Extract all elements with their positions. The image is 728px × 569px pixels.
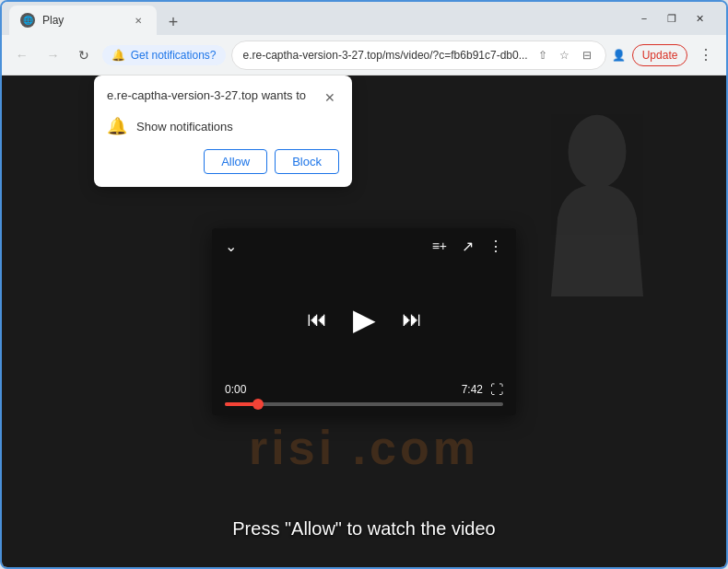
bookmark-icon[interactable]: ☆ — [558, 48, 572, 63]
browser-menu-button[interactable]: ⋮ — [693, 42, 719, 68]
progress-fill — [225, 402, 258, 406]
share-page-icon[interactable]: ⇧ — [535, 48, 550, 63]
time-row: 0:00 7:42 ⛶ — [225, 382, 503, 397]
browser-window: 🌐 Play ✕ + − ❐ ✕ ← → ↻ 🔔 Get notificatio… — [0, 0, 728, 569]
share-video-icon[interactable]: ↗ — [462, 238, 474, 255]
title-bar: 🌐 Play ✕ + − ❐ ✕ — [2, 2, 726, 35]
popup-bell-icon: 🔔 — [107, 116, 127, 136]
block-button[interactable]: Block — [275, 149, 339, 174]
popup-content-row: 🔔 Show notifications — [107, 116, 339, 136]
popup-domain-text: e.re-captha-version-3-27.top wants to — [107, 88, 306, 102]
progress-bar[interactable] — [225, 402, 503, 406]
queue-icon[interactable]: ≡+ — [432, 238, 447, 253]
popup-show-text: Show notifications — [136, 120, 233, 134]
caption-text: Press "Allow" to watch the video — [2, 518, 726, 540]
video-bottom: 0:00 7:42 ⛶ — [212, 375, 516, 415]
watermark-text: risi .com — [2, 420, 726, 475]
profile-button[interactable]: 👤 — [612, 48, 627, 63]
progress-dot — [252, 399, 264, 410]
nav-bar: ← → ↻ 🔔 Get notifications? e.re-captha-v… — [2, 35, 726, 75]
notification-prompt-button[interactable]: 🔔 Get notifications? — [102, 45, 226, 65]
restore-button[interactable]: ❐ — [660, 9, 684, 28]
next-button[interactable]: ⏭ — [402, 308, 422, 331]
active-tab[interactable]: 🌐 Play ✕ — [9, 6, 157, 35]
back-button[interactable]: ← — [9, 42, 35, 68]
video-top-right-controls: ≡+ ↗ ⋮ — [432, 238, 503, 255]
tab-close-button[interactable]: ✕ — [131, 13, 146, 28]
tab-title: Play — [42, 14, 123, 27]
address-text: e.re-captha-version-3-27.top/ms/video/?c… — [243, 49, 528, 62]
update-button[interactable]: Update — [632, 44, 688, 66]
tab-bar: 🌐 Play ✕ + — [9, 2, 625, 35]
popup-header: e.re-captha-version-3-27.top wants to ✕ — [107, 88, 339, 107]
minimize-button[interactable]: − — [632, 9, 656, 28]
current-time: 0:00 — [225, 383, 246, 396]
collapse-icon[interactable]: ⌄ — [225, 238, 237, 255]
refresh-button[interactable]: ↻ — [71, 42, 97, 68]
more-options-icon[interactable]: ⋮ — [488, 238, 503, 255]
page-content: risi .com e.re-captha-version-3-27.top w… — [2, 75, 726, 567]
forward-button[interactable]: → — [41, 42, 66, 68]
video-top-bar: ⌄ ≡+ ↗ ⋮ — [212, 228, 516, 264]
new-tab-button[interactable]: + — [160, 9, 186, 35]
fullscreen-button[interactable]: ⛶ — [490, 382, 503, 397]
notification-bell-icon: 🔔 — [112, 49, 125, 62]
popup-close-button[interactable]: ✕ — [321, 88, 339, 107]
window-controls: − ❐ ✕ — [625, 2, 719, 35]
total-time: 7:42 — [462, 383, 483, 396]
grid-icon[interactable]: ⊟ — [580, 48, 594, 63]
video-screen: ⏮ ▶ ⏭ — [212, 264, 516, 375]
time-right: 7:42 ⛶ — [462, 382, 503, 397]
notification-prompt-label: Get notifications? — [131, 49, 217, 62]
notification-popup: e.re-captha-version-3-27.top wants to ✕ … — [94, 75, 352, 187]
popup-actions: Allow Block — [107, 149, 339, 174]
prev-button[interactable]: ⏮ — [307, 308, 327, 331]
video-player: ⌄ ≡+ ↗ ⋮ ⏮ ▶ ⏭ 0:00 7:42 ⛶ — [212, 228, 516, 415]
bg-silhouette — [542, 112, 652, 296]
close-button[interactable]: ✕ — [687, 9, 711, 28]
allow-button[interactable]: Allow — [204, 149, 267, 174]
tab-favicon: 🌐 — [20, 13, 35, 28]
address-bar[interactable]: e.re-captha-version-3-27.top/ms/video/?c… — [231, 41, 606, 70]
play-button[interactable]: ▶ — [353, 302, 376, 337]
svg-point-0 — [569, 115, 627, 189]
